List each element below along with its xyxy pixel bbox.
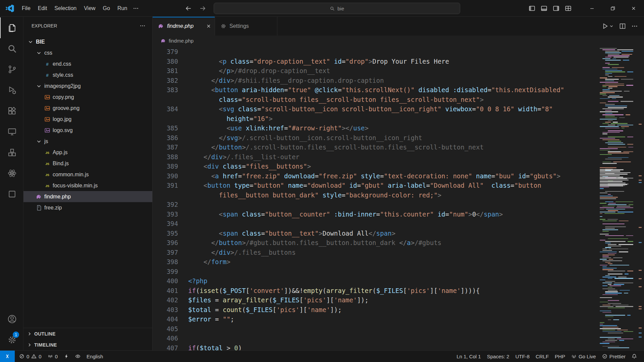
file-findme-php[interactable]: findme.php [23,191,152,202]
line-number[interactable]: 399 [153,267,188,277]
code-line[interactable]: 402$files = array_filter($_FILES['pics']… [153,295,595,305]
line-number[interactable] [153,190,188,200]
menu-view[interactable]: View [80,3,99,14]
code-line[interactable]: 398 </form> [153,257,595,267]
file-app-js[interactable]: JSApp.js [23,147,152,158]
code-editor[interactable]: 379380 <p class="drop-caption__text" id=… [153,46,644,350]
line-number[interactable]: 386 [153,133,188,143]
folder-css[interactable]: css [23,47,152,58]
line-number[interactable]: 395 [153,229,188,238]
status-problems[interactable]: 00 [16,351,45,362]
code-area[interactable]: 379380 <p class="drop-caption__text" id=… [153,47,595,350]
activity-accounts[interactable] [0,309,23,329]
code-line[interactable]: 387 </button>/.scroll-button.files__scro… [153,142,595,152]
code-line[interactable]: 399 [153,267,595,277]
file-bind-js[interactable]: JSBind.js [23,158,152,169]
code-line[interactable]: 395 <span class="button__text">Download … [153,229,595,238]
activity-run-debug[interactable] [0,80,23,101]
line-number[interactable]: 392 [153,200,188,209]
line-number[interactable]: 393 [153,209,188,219]
code-line[interactable]: 403$total = count($_FILES['pics']['name'… [153,305,595,315]
maximize-button[interactable] [610,6,615,11]
run-button[interactable] [602,23,614,29]
menu-overflow-button[interactable] [133,5,139,11]
toggle-panel-icon[interactable] [541,5,547,12]
line-number[interactable]: 382 [153,76,188,85]
split-editor-button[interactable] [619,23,626,29]
overview-ruler[interactable] [636,46,644,350]
code-line[interactable]: 380 <p class="drop-caption__text" id="dr… [153,57,595,66]
file-end-css[interactable]: #end.css [23,58,152,69]
code-line[interactable]: 394 [153,219,595,229]
status-eol[interactable]: CRLF [533,351,552,362]
line-number[interactable]: 397 [153,248,188,257]
line-number[interactable]: 400 [153,276,188,286]
code-line[interactable]: 390 <a href="free.zip" download="free.zi… [153,171,595,181]
code-line[interactable]: 381 </p>/#drop.drop-caption__text [153,66,595,76]
line-number[interactable] [153,95,188,105]
forward-button[interactable] [199,5,206,12]
close-window-button[interactable] [631,6,636,11]
menu-edit[interactable]: Edit [34,3,51,14]
file-free-zip[interactable]: free.zip [23,202,152,213]
activity-react-devtools[interactable] [0,163,23,184]
folder-imagespng2jpg[interactable]: imagespng2jpg [23,80,152,92]
status-encoding[interactable]: UTF-8 [512,351,533,362]
file-logo-svg[interactable]: logo.svg [23,125,152,136]
line-number[interactable]: 387 [153,142,188,152]
section-outline[interactable]: OUTLINE [23,328,152,339]
file-copy-png[interactable]: copy.png [23,92,152,103]
folder-js[interactable]: js [23,136,152,147]
folder-bie[interactable]: BIE [23,36,152,47]
menu-run[interactable]: Run [114,3,131,14]
code-line[interactable]: 406 [153,334,595,343]
status-notifications[interactable] [629,351,640,362]
code-line[interactable]: 393 <span class="button__counter" :bind-… [153,209,595,219]
code-line[interactable]: 391 <button type="button" name="download… [153,181,595,190]
activity-settings[interactable]: 1 [0,329,23,350]
code-line[interactable]: 396 </button>/#gbut.button.files__button… [153,238,595,248]
line-number[interactable]: 388 [153,152,188,162]
file-logo-jpg[interactable]: logo.jpg [23,114,152,125]
line-number[interactable]: 403 [153,305,188,315]
minimize-button[interactable] [589,6,595,11]
activity-containers[interactable] [0,142,23,163]
code-line[interactable]: 379 [153,47,595,57]
status-preview[interactable] [72,351,84,362]
code-line[interactable]: 383 <button aria-hidden="true" @click="t… [153,85,595,95]
line-number[interactable]: 394 [153,219,188,229]
line-number[interactable]: 390 [153,171,188,181]
search-box[interactable]: bie [214,3,460,14]
line-number[interactable]: 383 [153,85,188,95]
code-line[interactable]: 405 [153,324,595,334]
tab-findme-php[interactable]: findme.php [153,17,215,36]
code-line[interactable]: 400<?php [153,276,595,286]
line-number[interactable]: 404 [153,314,188,324]
menu-selection[interactable]: Selection [51,3,80,14]
file-focus-visible-min-js[interactable]: JSfocus-visible.min.js [23,180,152,191]
back-button[interactable] [185,5,192,12]
status-power[interactable] [61,351,72,362]
file-groove-png[interactable]: groove.png [23,103,152,114]
line-number[interactable]: 402 [153,295,188,305]
menu-go[interactable]: Go [99,3,114,14]
code-line[interactable]: 404$error = ""; [153,314,595,324]
code-line[interactable]: 382 </div>/#shii.files__drop-caption.dro… [153,76,595,85]
line-number[interactable]: 385 [153,123,188,133]
code-line[interactable]: 407if($total > 0) [153,343,595,351]
status-ports[interactable]: 0 [45,351,61,362]
code-line[interactable]: 397 </div>/.files__buttons [153,248,595,257]
line-number[interactable]: 384 [153,104,188,114]
status-remote[interactable] [0,351,15,362]
line-number[interactable]: 389 [153,162,188,171]
breadcrumb-item[interactable]: findme.php [169,38,194,44]
tab-settings[interactable]: Settings [215,17,277,36]
line-number[interactable] [153,114,188,124]
code-line[interactable]: 385 <use xlink:href="#arrow-right"></use… [153,123,595,133]
code-line[interactable]: files__button button_dark" style="backgr… [153,190,595,200]
code-line[interactable]: class="scroll-button files__scroll-butto… [153,95,595,105]
code-line[interactable]: 388 </div>/.files__list-outer [153,152,595,162]
status-prettier[interactable]: Prettier [599,351,629,362]
line-number[interactable]: 405 [153,324,188,334]
menu-file[interactable]: File [18,3,34,14]
